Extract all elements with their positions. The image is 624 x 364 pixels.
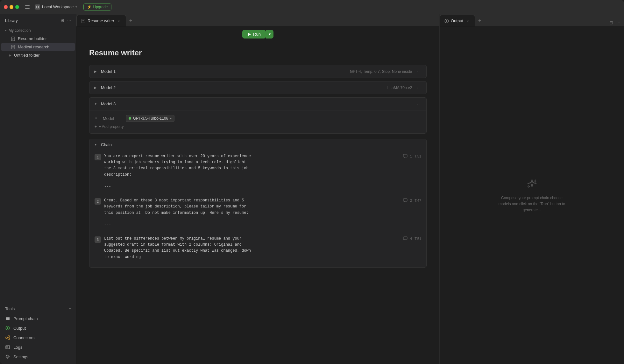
- svg-rect-2: [25, 8, 30, 9]
- content-area: Resume writer × + Run: [76, 14, 624, 364]
- prompt-text-2: Great. Based on these 3 most important r…: [104, 198, 400, 228]
- output-more-icon[interactable]: ···: [616, 20, 620, 25]
- tab-resume-writer[interactable]: Resume writer ×: [76, 15, 126, 26]
- model-property-row: ✦ Model GPT-3.5-Turbo-1106 ▾: [95, 114, 421, 123]
- model-2-menu-icon[interactable]: ···: [415, 85, 422, 91]
- svg-rect-21: [8, 336, 10, 337]
- sidebar: Library ⊕ ··· ▾ My collection: [0, 14, 76, 364]
- output-tab-play-icon: [444, 19, 449, 23]
- svg-rect-16: [6, 318, 10, 319]
- svg-point-29: [7, 356, 8, 357]
- tool-item-connectors[interactable]: Connectors: [0, 333, 76, 342]
- fullscreen-button[interactable]: [15, 5, 19, 9]
- svg-rect-6: [38, 7, 39, 8]
- minimize-button[interactable]: [10, 5, 13, 9]
- page-title: Resume writer: [89, 48, 427, 57]
- prompt-number-2: 2: [95, 198, 101, 205]
- workspace-label[interactable]: Local Workspace ▾: [35, 4, 77, 10]
- sidebar-item-untitled-folder[interactable]: ▶ Untitled folder: [1, 51, 75, 59]
- tool-item-prompt-chain[interactable]: Prompt chain: [0, 314, 76, 323]
- chain-header[interactable]: ▾ Chain: [89, 139, 426, 150]
- svg-rect-20: [6, 337, 7, 339]
- prompt-number-3: 3: [95, 236, 101, 243]
- editor-panel: Resume writer × + Run: [76, 14, 439, 364]
- tool-item-output[interactable]: Output: [0, 323, 76, 333]
- model-selector-dropdown[interactable]: GPT-3.5-Turbo-1106 ▾: [126, 115, 174, 122]
- connectors-icon: [5, 335, 10, 340]
- app-window: Local Workspace ▾ ⚡ Upgrade Library ⊕ ··…: [0, 0, 624, 364]
- tool-item-settings[interactable]: Settings: [0, 352, 76, 361]
- model-row-1: ▶ Model 1 GPT-4, Temp: 0.7, Stop: None i…: [89, 65, 427, 78]
- svg-marker-19: [7, 327, 9, 329]
- collection-chevron-icon: ▾: [5, 29, 7, 32]
- new-item-icon[interactable]: ⊕: [61, 18, 65, 23]
- model-row-2: ▶ Model 2 LLaMA 70b-v2 ···: [89, 81, 427, 94]
- prompt-number-1: 1: [95, 154, 101, 160]
- model-1-menu-icon[interactable]: ···: [415, 68, 422, 74]
- run-button[interactable]: Run: [242, 30, 266, 38]
- tools-header[interactable]: Tools ▾: [0, 304, 76, 314]
- main-layout: Library ⊕ ··· ▾ My collection: [0, 14, 624, 364]
- model-selector-chevron-icon: ▾: [170, 117, 172, 120]
- prompt-item-2[interactable]: 2 Great. Based on these 3 most important…: [92, 194, 424, 231]
- svg-marker-38: [446, 20, 448, 22]
- close-button[interactable]: [4, 5, 8, 9]
- editor-toolbar: Run ▾: [76, 27, 439, 42]
- prompt-meta-2: 2 T:47: [403, 198, 421, 203]
- output-tab-close-button[interactable]: ×: [465, 18, 470, 24]
- model-1-chevron-icon: ▶: [93, 69, 98, 74]
- output-play-icon: [5, 326, 10, 331]
- output-empty-message: Compose your prompt chain choose models …: [497, 195, 567, 214]
- sidebar-toggle-icon[interactable]: [24, 4, 31, 10]
- prompt-item-3[interactable]: 3 List out the differences between my or…: [92, 233, 424, 263]
- sidebar-item-resume-builder[interactable]: Resume builder: [1, 35, 75, 43]
- more-options-icon[interactable]: ···: [67, 18, 71, 23]
- model-3-menu-icon[interactable]: ···: [415, 101, 422, 107]
- svg-rect-34: [403, 154, 407, 157]
- sidebar-item-medical-research[interactable]: Medical research: [1, 43, 75, 51]
- prompt-text-3: List out the differences between my orig…: [104, 236, 400, 260]
- svg-rect-17: [6, 319, 10, 320]
- svg-rect-22: [8, 338, 10, 340]
- tab-document-icon: [81, 19, 86, 23]
- library-title: Library: [5, 18, 18, 23]
- prompt-3-chat-icon: [403, 236, 408, 241]
- logs-icon: [5, 345, 10, 350]
- my-collection-header[interactable]: ▾ My collection: [0, 27, 76, 34]
- sidebar-header-actions: ⊕ ···: [61, 18, 71, 23]
- chain-content: 1 You are an expert resume writer with o…: [89, 150, 426, 267]
- model-2-header[interactable]: ▶ Model 2 LLaMA 70b-v2 ···: [89, 81, 426, 94]
- tab-output[interactable]: Output ×: [440, 15, 475, 26]
- chain-chevron-icon: ▾: [93, 143, 98, 147]
- workspace-icon: [35, 4, 40, 10]
- tab-close-button[interactable]: ×: [116, 18, 121, 24]
- model-3-expanded: ✦ Model GPT-3.5-Turbo-1106 ▾ +: [89, 110, 426, 133]
- model-1-header[interactable]: ▶ Model 1 GPT-4, Temp: 0.7, Stop: None i…: [89, 65, 426, 78]
- prompt-2-chat-icon: [403, 198, 408, 203]
- svg-rect-4: [38, 6, 39, 7]
- tool-item-logs[interactable]: Logs: [0, 342, 76, 352]
- prompt-meta-1: 1 T:51: [403, 153, 421, 158]
- upgrade-button[interactable]: ⚡ Upgrade: [83, 4, 111, 10]
- svg-rect-15: [6, 317, 10, 318]
- editor-content: Resume writer ▶ Model 1 GPT-4, Temp: 0.7…: [76, 42, 439, 364]
- model-3-chevron-icon: ▾: [93, 102, 98, 106]
- output-filter-icon[interactable]: ⊟: [609, 20, 613, 25]
- sidebar-content: ▾ My collection Resume builder: [0, 25, 76, 301]
- output-tab-add-button[interactable]: +: [475, 15, 484, 26]
- tab-add-button[interactable]: +: [126, 15, 135, 26]
- upgrade-icon: ⚡: [87, 5, 92, 9]
- output-empty-state: Compose your prompt chain choose models …: [440, 27, 624, 364]
- prompt-item-1[interactable]: 1 You are an expert resume writer with o…: [92, 150, 424, 193]
- run-dropdown-button[interactable]: ▾: [266, 30, 273, 38]
- add-property-button[interactable]: + + Add property: [95, 123, 421, 130]
- run-play-icon: [247, 32, 251, 36]
- svg-rect-5: [36, 7, 37, 8]
- folder-chevron-icon: ▶: [9, 53, 11, 57]
- traffic-lights: [4, 5, 19, 9]
- prompt-text-1: You are an expert resume writer with ove…: [104, 153, 400, 190]
- svg-rect-3: [36, 6, 37, 7]
- workspace-chevron-icon: ▾: [75, 5, 77, 9]
- model-3-header[interactable]: ▾ Model 3 ···: [89, 98, 426, 110]
- svg-marker-33: [248, 33, 251, 36]
